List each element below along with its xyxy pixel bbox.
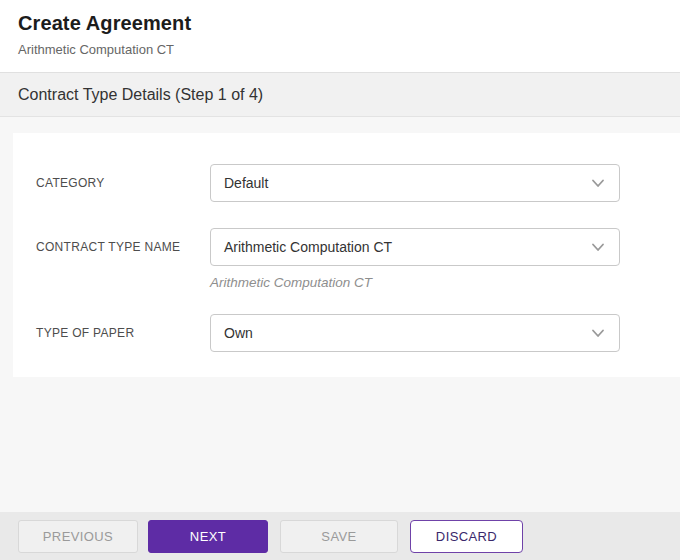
section-bar: Contract Type Details (Step 1 of 4) bbox=[0, 73, 680, 117]
contract-type-name-label: CONTRACT TYPE NAME bbox=[36, 228, 210, 254]
chevron-down-icon bbox=[590, 175, 606, 191]
page-title: Create Agreement bbox=[18, 12, 662, 35]
form-card: CATEGORY Default CONTRACT TYPE NAME Arit… bbox=[13, 133, 680, 377]
type-of-paper-selected-value: Own bbox=[224, 325, 253, 341]
chevron-down-icon bbox=[590, 239, 606, 255]
field-row-type-of-paper: TYPE OF PAPER Own bbox=[36, 314, 620, 352]
field-row-contract-type-name: CONTRACT TYPE NAME Arithmetic Computatio… bbox=[36, 228, 620, 290]
contract-type-name-selected-value: Arithmetic Computation CT bbox=[224, 239, 392, 255]
chevron-down-icon bbox=[590, 325, 606, 341]
discard-button[interactable]: DISCARD bbox=[410, 520, 523, 553]
content-area: CATEGORY Default CONTRACT TYPE NAME Arit… bbox=[0, 117, 680, 512]
previous-button[interactable]: PREVIOUS bbox=[18, 520, 138, 553]
type-of-paper-select[interactable]: Own bbox=[210, 314, 620, 352]
category-selected-value: Default bbox=[224, 175, 268, 191]
page-header: Create Agreement Arithmetic Computation … bbox=[0, 0, 680, 73]
page-subtitle: Arithmetic Computation CT bbox=[18, 42, 662, 57]
section-title: Contract Type Details (Step 1 of 4) bbox=[18, 86, 263, 104]
contract-type-name-select[interactable]: Arithmetic Computation CT bbox=[210, 228, 620, 266]
type-of-paper-label: TYPE OF PAPER bbox=[36, 314, 210, 340]
category-select[interactable]: Default bbox=[210, 164, 620, 202]
contract-type-name-helper-text: Arithmetic Computation CT bbox=[210, 275, 620, 290]
footer-action-bar: PREVIOUS NEXT SAVE DISCARD bbox=[0, 512, 680, 560]
category-label: CATEGORY bbox=[36, 164, 210, 190]
save-button[interactable]: SAVE bbox=[280, 520, 398, 553]
field-row-category: CATEGORY Default bbox=[36, 164, 620, 202]
next-button[interactable]: NEXT bbox=[148, 520, 268, 553]
